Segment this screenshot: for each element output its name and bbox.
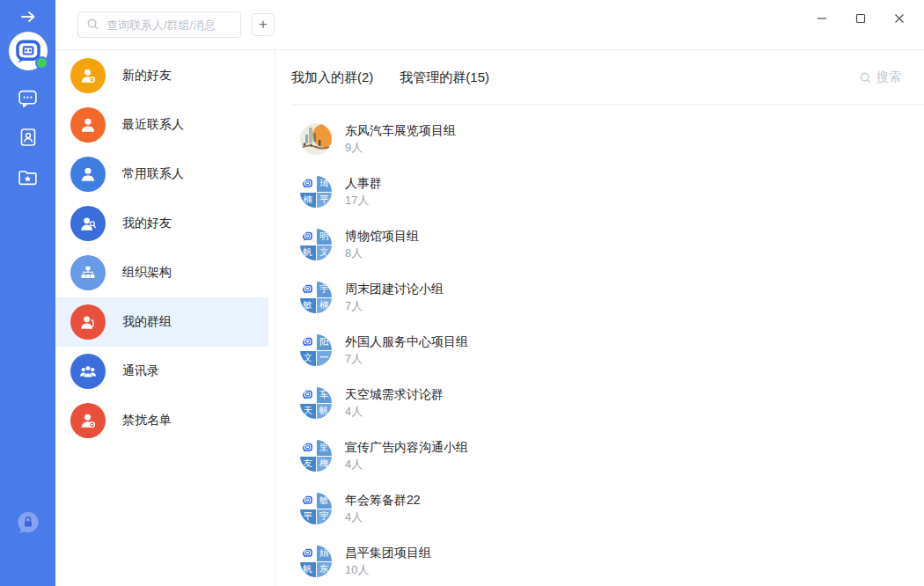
close-button[interactable] (880, 5, 919, 32)
group-row[interactable]: 娟 帆 东 昌平集团项目组 10人 (276, 535, 924, 586)
person-search-icon (70, 304, 106, 340)
group-avatar-cell: 阳 (317, 334, 333, 350)
collapse-arrow-icon[interactable] (18, 9, 39, 25)
group-name: 外国人服务中心项目组 (345, 333, 468, 350)
group-avatar-cell: 平 (300, 509, 316, 525)
group-name: 东风汽车展览项目组 (345, 121, 456, 139)
group-avatar: 里 友 梅 (300, 440, 332, 472)
group-avatar-cell: 帆 (317, 404, 333, 420)
window-controls (803, 18, 924, 32)
add-button[interactable]: + (252, 13, 275, 36)
search-icon (86, 18, 99, 31)
group-avatar-cell: 里 (317, 440, 333, 456)
search-input[interactable] (77, 11, 241, 38)
sidebar-item-label: 最近联系人 (122, 117, 184, 133)
group-avatar-cell: 宇 (317, 509, 333, 525)
person-icon (70, 157, 106, 192)
group-avatar-cell: 平 (317, 193, 333, 209)
org-chart-icon (70, 255, 106, 290)
sidebar-item-label: 常用联系人 (122, 166, 184, 182)
sidebar-item-label: 组织架构 (122, 265, 172, 281)
contacts-icon[interactable] (16, 125, 40, 150)
groups-header: 我加入的群(2) 我管理的群(15) 搜索 (291, 51, 924, 105)
group-name: 周末团建讨论小组 (345, 280, 444, 297)
sidebar-item-recent-contacts[interactable]: 最近联系人 (55, 100, 268, 150)
group-member-count: 9人 (345, 140, 456, 157)
sidebar-item-my-groups[interactable]: 我的群组 (55, 297, 268, 347)
group-row[interactable]: 车 天 帆 天空城需求讨论群 4人 (276, 377, 924, 429)
person-search-icon (70, 206, 106, 241)
group-avatar: 车 天 帆 (300, 387, 332, 419)
group-avatar-cell: 一 (317, 351, 333, 367)
group-avatar-logo-cell (300, 229, 316, 245)
group-avatar-cell: 明 (317, 229, 333, 245)
group-avatar-logo-cell (300, 387, 316, 403)
sidebar-item-label: 禁扰名单 (122, 413, 172, 429)
app-logo[interactable] (9, 32, 48, 70)
sidebar-item-label: 我的好友 (122, 216, 172, 231)
sidebar-item-frequent-contacts[interactable]: 常用联系人 (55, 150, 268, 199)
group-member-count: 10人 (345, 562, 431, 579)
sidebar-item-label: 我的群组 (122, 314, 172, 330)
group-row[interactable]: 敏 平 宇 年会筹备群22 4人 (276, 482, 924, 535)
group-row[interactable]: 里 友 梅 宣传广告内容沟通小组 4人 (276, 429, 924, 482)
group-avatar-cell: 娟 (317, 546, 333, 561)
sidebar-item-block-list[interactable]: 禁扰名单 (55, 396, 268, 445)
group-avatar-photo (300, 123, 332, 155)
group-avatar-cell: 楠 (300, 193, 316, 209)
group-avatar-cell: 天 (300, 404, 316, 420)
group-member-count: 8人 (345, 245, 419, 262)
tab-joined-groups[interactable]: 我加入的群(2) (291, 70, 373, 86)
group-avatar-cell: 文 (300, 351, 316, 367)
messages-icon[interactable] (16, 85, 40, 110)
maximize-button[interactable] (841, 5, 880, 32)
group-row[interactable]: 东风汽车展览项目组 9人 (276, 113, 924, 165)
sidebar-item-address-book[interactable]: 通讯录 (55, 347, 268, 396)
group-name: 年会筹备群22 (345, 491, 421, 509)
group-row[interactable]: 琦 楠 平 人事群 17人 (276, 165, 924, 218)
groups-content: 我加入的群(2) 我管理的群(15) 搜索 (276, 51, 924, 586)
tab-managed-groups[interactable]: 我管理的群(15) (400, 70, 489, 86)
group-avatar-logo-cell (300, 440, 316, 456)
global-search (77, 11, 241, 38)
group-row[interactable]: 阳 文 一 外国人服务中心项目组 7人 (276, 324, 924, 377)
group-avatar-logo-cell (300, 493, 316, 509)
group-member-count: 17人 (345, 193, 382, 209)
group-avatar-logo-cell (300, 282, 316, 297)
group-member-count: 4人 (345, 457, 468, 473)
group-avatar-cell: 帆 (300, 245, 316, 261)
contacts-nav-panel: 新的好友 最近联系人 常用联系人 我的好友 (55, 51, 275, 586)
group-list: 东风汽车展览项目组 9人 琦 楠 平 人事群 17人 (276, 105, 924, 586)
group-avatar-cell: 东 (317, 562, 333, 578)
group-avatar-cell: 帆 (300, 562, 316, 578)
sidebar-item-my-friends[interactable]: 我的好友 (55, 199, 268, 248)
sidebar-item-org-structure[interactable]: 组织架构 (55, 248, 268, 297)
person-block-icon (70, 403, 106, 438)
group-member-count: 7人 (345, 298, 444, 315)
people-group-icon (70, 354, 106, 389)
group-name: 博物馆项目组 (345, 227, 419, 245)
group-avatar-cell: 琦 (317, 176, 333, 192)
group-row[interactable]: 明 帆 文 博物馆项目组 8人 (276, 218, 924, 271)
sidebar-item-label: 新的好友 (122, 68, 172, 84)
group-avatar-cell: 友 (300, 457, 316, 472)
group-member-count: 4人 (345, 509, 421, 526)
group-avatar-logo-cell (300, 176, 316, 192)
group-avatar: 宇 敏 楠 (300, 282, 332, 313)
group-avatar-cell: 文 (317, 245, 333, 261)
sidebar-item-label: 通讯录 (122, 363, 159, 379)
group-avatar-cell: 宇 (317, 282, 333, 297)
group-search[interactable]: 搜索 (859, 70, 901, 85)
group-row[interactable]: 宇 敏 楠 周末团建讨论小组 7人 (276, 271, 924, 324)
group-avatar-logo-cell (300, 546, 316, 561)
search-icon (859, 71, 872, 84)
minimize-button[interactable] (803, 5, 841, 32)
group-member-count: 7人 (345, 351, 468, 368)
starred-folder-icon[interactable] (16, 165, 40, 189)
group-avatar: 敏 平 宇 (300, 493, 332, 524)
sidebar-item-new-friends[interactable]: 新的好友 (55, 51, 268, 100)
group-member-count: 4人 (345, 404, 444, 421)
group-avatar-cell: 敏 (317, 493, 333, 509)
group-name: 昌平集团项目组 (345, 544, 431, 561)
lock-icon[interactable] (16, 510, 40, 535)
